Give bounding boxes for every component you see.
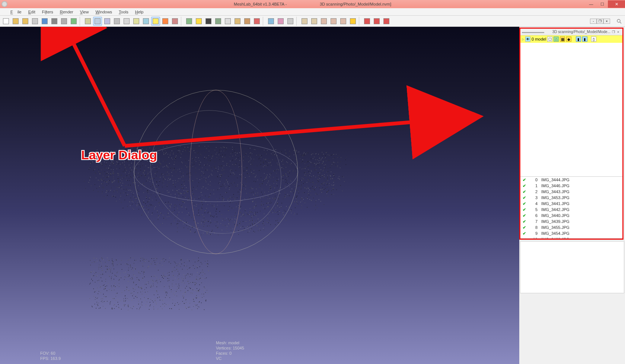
render-edge-icon[interactable]: ▮ xyxy=(576,36,581,42)
search-icon[interactable] xyxy=(615,17,624,26)
close-button[interactable]: ✕ xyxy=(608,0,625,8)
svg-rect-1544 xyxy=(121,183,121,183)
mdi-restore[interactable]: ❐ xyxy=(597,19,603,24)
reload-icon[interactable] xyxy=(31,17,39,26)
svg-rect-1614 xyxy=(160,163,160,163)
measure-icon[interactable] xyxy=(233,17,242,26)
raster-name: IMG_3442.JPG xyxy=(541,207,570,212)
raster-row[interactable]: ✔4IMG_3441.JPG xyxy=(520,201,622,207)
normals-icon[interactable] xyxy=(170,17,179,26)
maximize-button[interactable]: ☐ xyxy=(597,0,608,8)
render-wire-icon[interactable]: ▦ xyxy=(560,36,565,42)
light-icon[interactable] xyxy=(151,17,160,26)
render-bbox-icon[interactable]: ☐ xyxy=(547,36,552,42)
mdi-close[interactable]: × xyxy=(603,19,610,24)
sel-rect-icon[interactable] xyxy=(329,17,338,26)
mdi-minimize[interactable]: - xyxy=(590,19,597,24)
align-icon[interactable] xyxy=(267,17,275,26)
sel-conn-icon[interactable] xyxy=(319,17,328,26)
raster-row[interactable]: ✔3IMG_3453.JPG xyxy=(520,195,622,201)
viewport-3d[interactable]: FOV: 60 FPS: 163.9 Mesh: model Vertices:… xyxy=(0,27,519,364)
render-fill-icon[interactable]: ◆ xyxy=(566,36,571,42)
raster-row[interactable]: ✔0IMG_3444.JPG xyxy=(520,177,622,183)
svg-rect-1745 xyxy=(331,172,331,172)
dock-title[interactable]: ▬▬▬▬▬▬ 3D scanning/Photo/_Model/Mode... … xyxy=(520,29,622,35)
render-tex-icon[interactable]: ▯ xyxy=(591,36,596,42)
svg-rect-2879 xyxy=(189,268,189,268)
smooth-icon[interactable] xyxy=(122,17,131,26)
del-sel-icon[interactable] xyxy=(382,17,391,26)
layer-row[interactable]: ▷ 👁 0 model ☐ ∴ ▦ ◆ ▮ ▮ ▯ xyxy=(520,35,622,43)
snapshot-icon[interactable] xyxy=(50,17,59,26)
bbox-icon[interactable] xyxy=(83,17,92,26)
visibility-icon[interactable]: 👁 xyxy=(525,36,530,42)
svg-rect-555 xyxy=(238,208,239,208)
menu-windows[interactable]: Windows xyxy=(93,9,114,15)
svg-rect-588 xyxy=(172,170,173,170)
dock-close-icon[interactable]: × xyxy=(617,30,621,34)
menu-edit[interactable]: Edit xyxy=(26,9,38,15)
reference-icon[interactable] xyxy=(286,17,295,26)
raster-row[interactable]: ✔2IMG_3443.JPG xyxy=(520,189,622,195)
open-project-icon[interactable] xyxy=(21,17,30,26)
surface-icon[interactable] xyxy=(112,17,121,26)
raster-icon[interactable] xyxy=(69,17,78,26)
menu-file[interactable]: File xyxy=(8,9,24,15)
render-points-icon[interactable]: ∴ xyxy=(554,36,559,42)
expand-icon[interactable]: ▷ xyxy=(522,38,524,41)
raster-layer-list[interactable]: ✔0IMG_3444.JPG✔1IMG_3446.JPG✔2IMG_3443.J… xyxy=(520,177,622,239)
mesh-layer-list[interactable]: ▷ 👁 0 model ☐ ∴ ▦ ◆ ▮ ▮ ▯ xyxy=(520,35,622,177)
layers-icon[interactable] xyxy=(60,17,68,26)
globe-icon[interactable] xyxy=(185,17,194,26)
del-face-icon[interactable] xyxy=(372,17,381,26)
raster-row[interactable]: ✔10IMG_3432.JPG xyxy=(520,236,622,239)
clip-icon[interactable] xyxy=(252,17,261,26)
info-icon[interactable] xyxy=(348,17,357,26)
double-side-icon[interactable] xyxy=(161,17,170,26)
svg-rect-1220 xyxy=(279,195,279,196)
save-icon[interactable] xyxy=(40,17,49,26)
svg-rect-2745 xyxy=(144,259,144,260)
new-file-icon[interactable] xyxy=(1,17,10,26)
svg-rect-539 xyxy=(160,181,160,182)
sel-free-icon[interactable] xyxy=(339,17,348,26)
raster-row[interactable]: ✔1IMG_3446.JPG xyxy=(520,183,622,189)
raster-row[interactable]: ✔9IMG_3454.JPG xyxy=(520,230,622,236)
svg-rect-55 xyxy=(211,231,212,232)
paint-icon[interactable] xyxy=(243,17,252,26)
grid-icon[interactable] xyxy=(204,17,213,26)
annotation-icon[interactable] xyxy=(194,17,203,26)
svg-rect-1250 xyxy=(164,154,164,154)
open-icon[interactable] xyxy=(11,17,20,26)
svg-rect-2405 xyxy=(110,303,110,303)
minimize-button[interactable]: — xyxy=(586,0,597,8)
menu-tools[interactable]: Tools xyxy=(117,9,131,15)
raster-row[interactable]: ✔8IMG_3455.JPG xyxy=(520,224,622,230)
del-vert-icon[interactable] xyxy=(363,17,372,26)
dock-float-icon[interactable]: ❐ xyxy=(612,30,616,34)
back-face-icon[interactable] xyxy=(141,17,150,26)
svg-rect-563 xyxy=(278,214,278,214)
raster-row[interactable]: ✔7IMG_3439.JPG xyxy=(520,218,622,224)
svg-rect-1038 xyxy=(150,172,150,172)
wire-icon[interactable] xyxy=(103,17,112,26)
mesh-icon[interactable] xyxy=(214,17,223,26)
svg-rect-288 xyxy=(174,210,175,210)
menu-view[interactable]: View xyxy=(78,9,91,15)
menu-render[interactable]: Render xyxy=(58,9,76,15)
texture-icon[interactable] xyxy=(132,17,141,26)
raster-row[interactable]: ✔6IMG_3440.JPG xyxy=(520,213,622,218)
svg-rect-2021 xyxy=(250,188,250,189)
axis-icon[interactable] xyxy=(223,17,232,26)
sel-face-icon[interactable] xyxy=(310,17,319,26)
log-panel[interactable] xyxy=(520,241,624,293)
svg-rect-1559 xyxy=(235,164,236,165)
svg-rect-1647 xyxy=(93,170,94,170)
render-sel-icon[interactable]: ▮ xyxy=(582,36,587,42)
menu-filters[interactable]: Filters xyxy=(40,9,55,15)
menu-help[interactable]: Help xyxy=(133,9,146,15)
points-icon[interactable] xyxy=(93,17,102,26)
raster-row[interactable]: ✔5IMG_3442.JPG xyxy=(520,207,622,213)
sel-vert-icon[interactable] xyxy=(300,17,309,26)
arc3d-icon[interactable] xyxy=(276,17,285,26)
